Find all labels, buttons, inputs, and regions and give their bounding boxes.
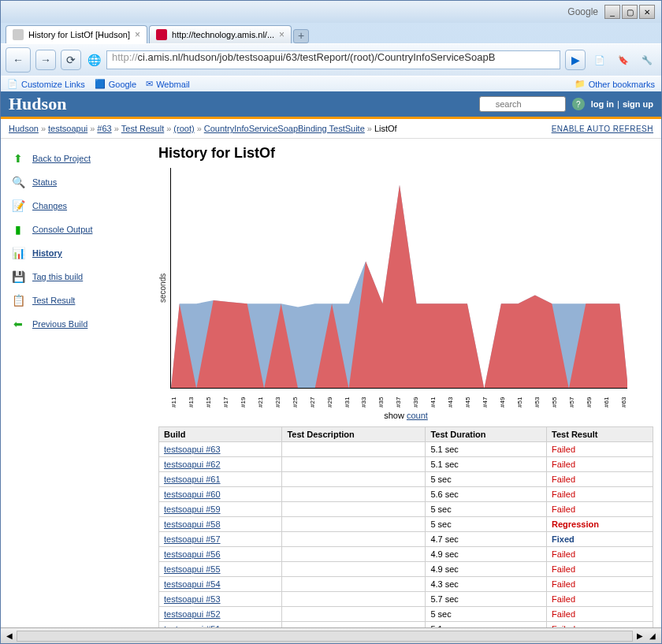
build-link[interactable]: testsoapui #59 xyxy=(164,504,221,514)
x-tick: #53 xyxy=(534,390,541,408)
test-description xyxy=(282,607,426,622)
breadcrumb-item[interactable]: CountryInfoServiceSoapBinding TestSuite xyxy=(204,124,365,133)
forward-button[interactable]: → xyxy=(35,50,56,70)
sidebar-item-history[interactable]: 📊History xyxy=(7,241,144,265)
build-link[interactable]: testsoapui #55 xyxy=(164,564,221,574)
build-link[interactable]: testsoapui #61 xyxy=(164,475,221,484)
signup-link[interactable]: sign up xyxy=(623,99,653,109)
test-duration: 5.6 sec xyxy=(426,487,547,502)
resize-grip-icon[interactable]: ◢ xyxy=(647,631,658,642)
test-duration: 5.7 sec xyxy=(426,592,547,607)
go-button[interactable]: ▶ xyxy=(565,50,586,70)
tab-close-icon[interactable]: × xyxy=(279,29,285,40)
login-link[interactable]: log in xyxy=(591,99,614,109)
sidebar-item-test-result[interactable]: 📋Test Result xyxy=(7,288,144,312)
address-bar[interactable]: http://ci.amis.nl/hudson/job/testsoapui/… xyxy=(106,50,560,69)
sidebar-item-tag-this-build[interactable]: 💾Tag this build xyxy=(7,265,144,288)
scroll-track[interactable] xyxy=(17,631,633,642)
google-icon: 🟦 xyxy=(95,79,106,89)
minimize-button[interactable]: _ xyxy=(604,5,620,19)
x-tick: #57 xyxy=(568,390,575,408)
scroll-right-icon[interactable]: ▶ xyxy=(634,631,645,642)
build-link[interactable]: testsoapui #56 xyxy=(164,549,221,559)
console-output-icon: ▮ xyxy=(10,221,26,237)
x-tick: #49 xyxy=(499,390,506,408)
breadcrumb-item[interactable]: testsoapui xyxy=(48,124,87,133)
table-row: testsoapui #625.1 secFailed xyxy=(159,457,653,472)
sidebar-item-label: History xyxy=(32,248,62,258)
wrench-icon[interactable]: 🔧 xyxy=(638,51,656,69)
breadcrumb-item[interactable]: Test Result xyxy=(121,124,164,133)
sidebar-item-previous-build[interactable]: ⬅Previous Build xyxy=(7,312,144,336)
browser-tab-0[interactable]: History for ListOf [Hudson] × xyxy=(6,25,147,43)
scroll-left-icon[interactable]: ◀ xyxy=(4,631,15,642)
x-tick: #61 xyxy=(603,390,610,408)
test-result: Failed xyxy=(547,472,653,487)
x-tick: #45 xyxy=(464,390,471,408)
build-link[interactable]: testsoapui #57 xyxy=(164,534,221,544)
build-link[interactable]: testsoapui #52 xyxy=(164,609,221,619)
bookmark-customize[interactable]: 📄Customize Links xyxy=(7,79,85,89)
search-input[interactable] xyxy=(479,96,566,112)
reload-button[interactable]: ⟳ xyxy=(61,50,81,70)
tab-title: History for ListOf [Hudson] xyxy=(28,30,130,39)
hudson-logo[interactable]: Hudson xyxy=(9,94,66,114)
build-link[interactable]: testsoapui #63 xyxy=(164,445,221,454)
sidebar-item-status[interactable]: 🔍Status xyxy=(7,170,144,194)
favicon-icon xyxy=(156,29,167,40)
sidebar-item-label: Test Result xyxy=(32,296,75,305)
sidebar-item-label: Back to Project xyxy=(32,154,91,163)
bookmark-icon[interactable]: 🔖 xyxy=(614,51,633,69)
build-link[interactable]: testsoapui #54 xyxy=(164,579,221,589)
breadcrumb-item[interactable]: #63 xyxy=(97,124,111,133)
sidebar-item-back-to-project[interactable]: ⬆Back to Project xyxy=(7,147,144,170)
sidebar-item-label: Tag this build xyxy=(32,272,83,281)
document-icon: 📄 xyxy=(7,79,18,89)
test-duration: 4.7 sec xyxy=(426,532,547,547)
x-tick: #39 xyxy=(412,390,419,408)
back-button[interactable]: ← xyxy=(6,47,31,73)
test-duration: 4.9 sec xyxy=(426,547,547,562)
test-duration: 5.1 sec xyxy=(426,457,547,472)
column-header[interactable]: Test Result xyxy=(547,427,653,442)
table-row: testsoapui #615 secFailed xyxy=(159,472,653,487)
sidebar-item-console-output[interactable]: ▮Console Output xyxy=(7,218,144,241)
column-header[interactable]: Test Description xyxy=(282,427,426,442)
new-tab-button[interactable]: + xyxy=(293,29,309,43)
count-link[interactable]: count xyxy=(407,411,428,420)
table-row: testsoapui #574.7 secFixed xyxy=(159,532,653,547)
column-header[interactable]: Build xyxy=(159,427,282,442)
breadcrumb-item[interactable]: (root) xyxy=(173,124,194,133)
sidebar-item-label: Changes xyxy=(32,201,67,210)
changes-icon: 📝 xyxy=(10,198,26,214)
bookmark-google[interactable]: 🟦Google xyxy=(95,79,136,89)
build-link[interactable]: testsoapui #58 xyxy=(164,519,221,529)
x-tick: #55 xyxy=(551,390,558,408)
test-description xyxy=(282,472,426,487)
table-row: testsoapui #635.1 secFailed xyxy=(159,442,653,457)
maximize-button[interactable]: ▢ xyxy=(622,5,638,19)
test-description xyxy=(282,502,426,517)
x-tick: #19 xyxy=(240,390,247,408)
sidebar-item-changes[interactable]: 📝Changes xyxy=(7,194,144,218)
table-row: testsoapui #564.9 secFailed xyxy=(159,547,653,562)
x-tick: #27 xyxy=(309,390,316,408)
x-tick: #37 xyxy=(395,390,402,408)
page-icon[interactable]: 📄 xyxy=(590,51,609,69)
tab-close-icon[interactable]: × xyxy=(135,29,140,40)
build-link[interactable]: testsoapui #60 xyxy=(164,490,221,499)
history-chart: 0 xyxy=(170,168,627,389)
other-bookmarks[interactable]: 📁Other bookmarks xyxy=(575,79,655,89)
bookmark-webmail[interactable]: ✉Webmail xyxy=(146,79,190,89)
column-header[interactable]: Test Duration xyxy=(426,427,547,442)
close-button[interactable]: ✕ xyxy=(639,5,655,19)
build-link[interactable]: testsoapui #62 xyxy=(164,460,221,469)
x-tick: #59 xyxy=(586,390,593,408)
help-icon[interactable]: ? xyxy=(572,98,585,110)
auto-refresh-link[interactable]: ENABLE AUTO REFRESH xyxy=(552,125,653,133)
browser-tab-1[interactable]: http://technology.amis.nl/... × xyxy=(149,25,292,43)
breadcrumb-item[interactable]: Hudson xyxy=(9,124,39,133)
test-duration: 5 sec xyxy=(426,607,547,622)
build-link[interactable]: testsoapui #53 xyxy=(164,594,221,604)
x-tick: #11 xyxy=(170,390,177,408)
